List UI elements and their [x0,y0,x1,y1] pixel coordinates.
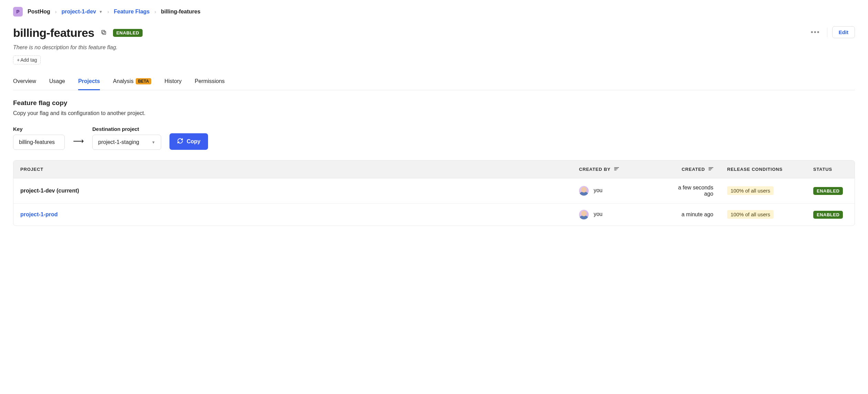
project-name: project-1-dev (current) [20,188,79,194]
release-badge: 100% of all users [727,210,774,219]
tab-label: Overview [13,78,36,84]
tab-label: History [164,78,182,84]
caret-down-icon: ▼ [152,140,155,144]
destination-value: project-1-staging [98,139,139,145]
col-created-by[interactable]: CREATED BY [572,160,662,178]
table-row[interactable]: project-1-prod you a minute ago 100% of … [13,204,855,226]
breadcrumb-section[interactable]: Feature Flags [114,9,149,15]
created-time: a minute ago [681,211,713,217]
status-badge: ENABLED [813,187,843,195]
tab-label: Projects [78,78,100,84]
key-label: Key [13,126,65,132]
project-name-link[interactable]: project-1-prod [20,211,58,217]
breadcrumb: P PostHog › project-1-dev ▼ › Feature Fl… [13,7,855,17]
tab-projects[interactable]: Projects [78,75,100,90]
tab-permissions[interactable]: Permissions [195,75,225,90]
created-by-name: you [593,187,602,193]
col-status[interactable]: STATUS [806,160,855,178]
add-tag-label: Add tag [20,57,37,63]
tabs: Overview Usage Projects Analysis BETA Hi… [13,75,855,90]
sync-icon [177,138,183,145]
page-header: billing-features ENABLED ••• Edit [13,26,855,40]
tab-label: Analysis [113,78,134,84]
status-badge: ENABLED [113,29,143,37]
section-title: Feature flag copy [13,99,855,107]
tab-label: Permissions [195,78,225,84]
caret-down-icon[interactable]: ▼ [99,10,103,14]
copy-icon[interactable] [99,28,108,38]
avatar [579,186,589,196]
svg-rect-1 [102,30,105,33]
copy-form: Key billing-features ⟶ Destination proje… [13,126,855,150]
arrow-right-icon: ⟶ [73,137,84,150]
more-actions-button[interactable]: ••• [809,26,822,38]
section-description: Copy your flag and its configuration to … [13,110,855,116]
destination-label: Destination project [92,126,161,132]
tab-label: Usage [49,78,65,84]
table-row[interactable]: project-1-dev (current) you a few second… [13,178,855,204]
sort-icon [614,167,619,172]
avatar [579,210,589,219]
created-time: a few seconds ago [678,185,713,197]
breadcrumb-org[interactable]: PostHog [28,9,50,15]
chevron-right-icon: › [155,9,156,14]
beta-badge: BETA [136,78,152,84]
breadcrumb-project[interactable]: project-1-dev [61,9,96,15]
key-input[interactable]: billing-features [13,135,65,150]
tab-overview[interactable]: Overview [13,75,36,90]
breadcrumb-item: billing-features [161,9,200,15]
release-badge: 100% of all users [727,186,774,195]
projects-table: PROJECT CREATED BY CREATED RELEASE CONDI… [13,160,855,226]
tab-history[interactable]: History [164,75,182,90]
col-created[interactable]: CREATED [662,160,720,178]
edit-button[interactable]: Edit [832,26,855,38]
chevron-right-icon: › [55,9,57,14]
add-tag-button[interactable]: + Add tag [13,55,41,64]
flag-description: There is no description for this feature… [13,44,855,51]
sort-icon [709,167,713,172]
copy-button-label: Copy [187,138,200,145]
status-badge: ENABLED [813,211,843,219]
org-logo[interactable]: P [13,7,23,17]
svg-rect-0 [103,31,106,34]
divider [827,28,827,37]
destination-select[interactable]: project-1-staging ▼ [92,135,161,150]
copy-button[interactable]: Copy [169,133,208,150]
col-project[interactable]: PROJECT [13,160,572,178]
created-by-name: you [593,211,602,217]
tab-analysis[interactable]: Analysis BETA [113,75,151,90]
plus-icon: + [17,57,20,63]
chevron-right-icon: › [107,9,109,14]
col-release-conditions[interactable]: RELEASE CONDITIONS [720,160,806,178]
page-title: billing-features [13,26,94,40]
tab-usage[interactable]: Usage [49,75,65,90]
